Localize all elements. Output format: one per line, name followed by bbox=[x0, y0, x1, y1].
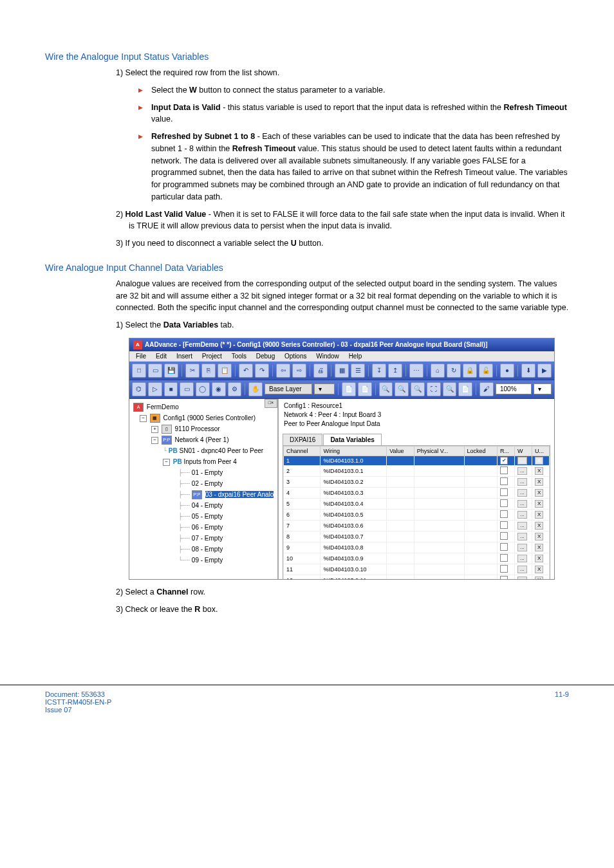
table-row[interactable]: 5%ID404103.0.4...X bbox=[284, 498, 550, 509]
home-icon[interactable]: ⌂ bbox=[431, 364, 445, 378]
table-row[interactable]: 3%ID404103.0.2...X bbox=[284, 476, 550, 487]
w-button[interactable]: ... bbox=[517, 522, 527, 530]
u-button[interactable]: X bbox=[535, 467, 543, 475]
u-button[interactable]: X bbox=[535, 555, 543, 562]
table-row[interactable]: 6%ID404103.0.5...X bbox=[284, 509, 550, 520]
u-button[interactable]: X bbox=[535, 478, 543, 486]
fit-icon[interactable]: ⛶ bbox=[427, 382, 441, 396]
paste-icon[interactable]: 📋 bbox=[218, 364, 232, 378]
r-checkbox[interactable] bbox=[500, 532, 508, 540]
new-icon[interactable]: □ bbox=[132, 364, 146, 378]
table-row[interactable]: 10%ID404103.0.9...X bbox=[284, 553, 550, 564]
tree-slot-03[interactable]: ├╌╌ P:P 03 - dxpai16 Peer Analo bbox=[131, 489, 276, 500]
table-row[interactable]: 12%ID404103.0.11...X bbox=[284, 575, 550, 579]
save-icon[interactable]: 💾 bbox=[164, 364, 178, 378]
open-icon[interactable]: ▭ bbox=[148, 364, 162, 378]
circle2-icon[interactable]: ◉ bbox=[212, 382, 226, 396]
col-r[interactable]: R... bbox=[498, 446, 515, 456]
col-locked[interactable]: Locked bbox=[464, 446, 497, 456]
tree-slot-05[interactable]: ├╌╌ 05 - Empty bbox=[131, 511, 276, 522]
tab-data-variables[interactable]: Data Variables bbox=[323, 434, 381, 445]
col-channel[interactable]: Channel bbox=[284, 446, 321, 456]
tree-inputs[interactable]: − PB Inputs from Peer 4 bbox=[131, 456, 276, 467]
w-button[interactable]: ... bbox=[517, 577, 527, 579]
doc1-icon[interactable]: 📄 bbox=[342, 382, 356, 396]
unlock-icon[interactable]: 🔓 bbox=[479, 364, 493, 378]
tree-network[interactable]: − P:P Network 4 (Peer 1) bbox=[131, 434, 276, 445]
table-row[interactable]: 4%ID404103.0.3...X bbox=[284, 487, 550, 498]
w-button[interactable]: ... bbox=[517, 489, 527, 497]
tree-slot-07[interactable]: ├╌╌ 07 - Empty bbox=[131, 533, 276, 544]
table-row[interactable]: 9%ID404103.0.8...X bbox=[284, 542, 550, 553]
menu-file[interactable]: File bbox=[132, 351, 150, 361]
zoom3-icon[interactable]: 🔍 bbox=[411, 382, 425, 396]
w-button[interactable]: ... bbox=[517, 566, 527, 573]
col-value[interactable]: Value bbox=[387, 446, 414, 456]
col-u[interactable]: U... bbox=[532, 446, 550, 456]
refresh-icon[interactable]: ↻ bbox=[447, 364, 461, 378]
u-button[interactable]: X bbox=[535, 489, 543, 497]
tree-slot-08[interactable]: ├╌╌ 08 - Empty bbox=[131, 544, 276, 555]
menu-help[interactable]: Help bbox=[345, 351, 366, 361]
u-button[interactable]: X bbox=[535, 566, 543, 573]
run-icon[interactable]: ▷ bbox=[148, 382, 162, 396]
r-checkbox[interactable] bbox=[500, 565, 508, 573]
r-checkbox[interactable]: ✔ bbox=[500, 457, 508, 465]
zoom1-icon[interactable]: 🔍 bbox=[379, 382, 393, 396]
sort-desc-icon[interactable]: ↥ bbox=[388, 364, 402, 378]
print-icon[interactable]: 🖨 bbox=[313, 364, 328, 378]
menu-debug[interactable]: Debug bbox=[252, 351, 279, 361]
r-checkbox[interactable] bbox=[500, 554, 508, 562]
brush-icon[interactable]: 🖌 bbox=[479, 382, 494, 396]
w-button[interactable]: ... bbox=[517, 544, 527, 551]
sort-asc-icon[interactable]: ↧ bbox=[372, 364, 386, 378]
tab-dxpai16[interactable]: DXPAI16 bbox=[283, 434, 322, 445]
table-row[interactable]: 7%ID404103.0.6...X bbox=[284, 520, 550, 531]
expander-icon[interactable]: − bbox=[151, 437, 158, 444]
menu-options[interactable]: Options bbox=[281, 351, 310, 361]
layer-dropdown[interactable]: ▾ bbox=[314, 383, 335, 394]
zoom-dropdown[interactable]: ▾ bbox=[534, 383, 552, 394]
tree-processor[interactable]: + ▯ 9110 Processor bbox=[131, 423, 276, 434]
w-button[interactable]: ... bbox=[517, 555, 527, 562]
tree-slot-02[interactable]: ├╌╌ 02 - Empty bbox=[131, 478, 276, 489]
table-row[interactable]: 1%ID404103.1.0✔...X bbox=[284, 456, 550, 465]
tree-slot-09[interactable]: └╌╌ 09 - Empty bbox=[131, 555, 276, 566]
w-button[interactable]: ... bbox=[517, 500, 527, 508]
lock-icon[interactable]: 🔒 bbox=[463, 364, 477, 378]
hand-icon[interactable]: ✋ bbox=[248, 382, 263, 396]
w-button[interactable]: ... bbox=[517, 533, 527, 540]
u-button[interactable]: X bbox=[535, 577, 543, 579]
next-icon[interactable]: ▶ bbox=[537, 364, 552, 378]
table-row[interactable]: 2%ID404103.0.1...X bbox=[284, 465, 550, 476]
circle-icon[interactable]: ◯ bbox=[196, 382, 210, 396]
r-checkbox[interactable] bbox=[500, 499, 508, 507]
back-icon[interactable]: ⇦ bbox=[276, 364, 290, 378]
zoom4-icon[interactable]: 🔍 bbox=[443, 382, 457, 396]
r-checkbox[interactable] bbox=[500, 488, 508, 496]
tile-icon[interactable]: ▦ bbox=[335, 364, 349, 378]
menu-edit[interactable]: Edit bbox=[152, 351, 171, 361]
u-button[interactable]: X bbox=[535, 500, 543, 508]
w-button[interactable]: ... bbox=[517, 467, 527, 475]
w-button[interactable]: ... bbox=[517, 457, 527, 465]
expander-icon[interactable]: − bbox=[163, 459, 170, 466]
download-icon[interactable]: ⬇ bbox=[521, 364, 535, 378]
menu-insert[interactable]: Insert bbox=[172, 351, 196, 361]
table-row[interactable]: 8%ID404103.0.7...X bbox=[284, 531, 550, 542]
screen-icon[interactable]: ▭ bbox=[180, 382, 194, 396]
r-checkbox[interactable] bbox=[500, 576, 508, 579]
gear-icon[interactable]: ⚙ bbox=[228, 382, 242, 396]
r-checkbox[interactable] bbox=[500, 521, 508, 529]
u-button[interactable]: X bbox=[535, 522, 543, 530]
w-button[interactable]: ... bbox=[517, 511, 527, 519]
cut-icon[interactable]: ✂ bbox=[185, 364, 200, 378]
u-button[interactable]: X bbox=[535, 544, 543, 551]
w-button[interactable]: ... bbox=[517, 478, 527, 486]
light-icon[interactable]: ● bbox=[500, 364, 514, 378]
expander-icon[interactable]: + bbox=[151, 426, 158, 433]
u-button[interactable]: X bbox=[535, 457, 543, 465]
pane-handle[interactable]: □× bbox=[265, 399, 277, 408]
doc2-icon[interactable]: 📄 bbox=[358, 382, 372, 396]
tree-sn01[interactable]: └ PB SN01 - dxpnc40 Peer to Peer bbox=[131, 445, 276, 456]
